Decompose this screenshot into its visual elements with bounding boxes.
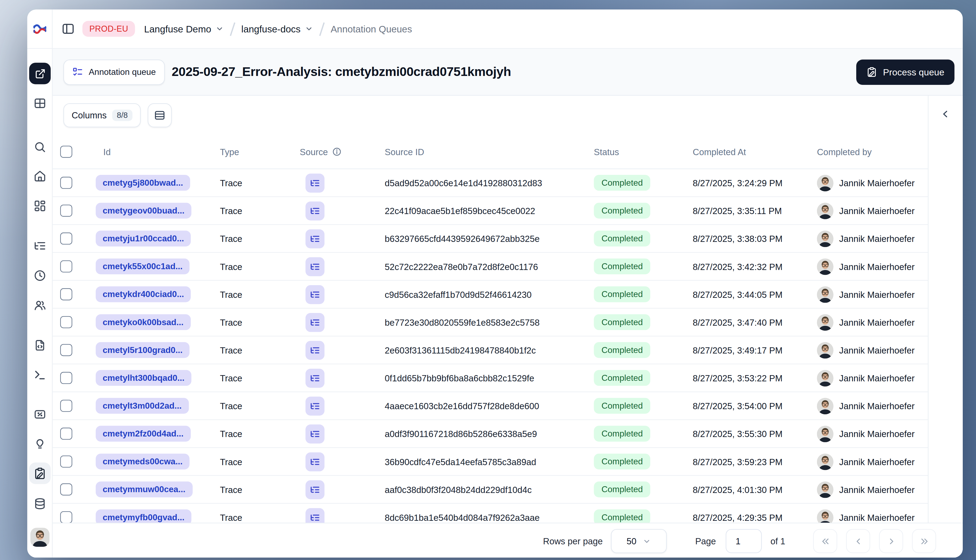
collapse-panel-button[interactable] <box>939 108 952 120</box>
row-checkbox[interactable] <box>60 344 72 356</box>
source-id: b63297665cfd4439592649672abb325e <box>385 233 540 244</box>
first-page-button[interactable] <box>813 529 837 553</box>
sidebar-item-tables[interactable] <box>29 92 51 114</box>
sidebar-toggle-button[interactable] <box>62 22 75 35</box>
row-checkbox[interactable] <box>60 316 72 328</box>
sidebar-item-evaluators[interactable] <box>29 433 51 454</box>
table-row[interactable]: cmetyko0k00bsad... Trace be7723e30d80205… <box>53 308 928 337</box>
source-trace-button[interactable] <box>305 285 324 304</box>
table-row[interactable]: cmetyg5j800bwad... Trace d5ad9d52a00c6e1… <box>53 169 928 197</box>
previous-page-button[interactable] <box>846 529 870 553</box>
row-checkbox[interactable] <box>60 177 72 189</box>
item-id-pill[interactable]: cmetykdr400ciad0... <box>96 287 191 302</box>
breadcrumb-current: Annotation Queues <box>330 23 412 34</box>
chevron-down-icon <box>305 25 313 33</box>
row-checkbox[interactable] <box>60 455 72 468</box>
source-trace-button[interactable] <box>305 480 324 499</box>
sidebar-item-prompts[interactable] <box>29 335 51 356</box>
table-row[interactable]: cmetymmuw00cea... Trace aaf0c38db0f3f204… <box>53 476 928 503</box>
table-row[interactable]: cmetylt3m00d2ad... Trace 4aaece1603cb2e1… <box>53 392 928 420</box>
completed-at: 8/27/2025, 3:49:17 PM <box>692 345 782 355</box>
source-trace-button[interactable] <box>305 424 324 443</box>
panel-left-icon <box>62 22 75 35</box>
column-header-completed-at[interactable]: Completed At <box>685 147 809 157</box>
column-header-source-id[interactable]: Source ID <box>377 147 586 157</box>
column-header-type[interactable]: Type <box>212 147 292 157</box>
item-id-pill[interactable]: cmetymmuw00cea... <box>96 482 192 498</box>
page-number-input[interactable] <box>726 529 762 553</box>
select-all-checkbox[interactable] <box>60 146 72 158</box>
next-page-button[interactable] <box>879 529 903 553</box>
sidebar-item-open-external[interactable] <box>29 63 51 84</box>
row-checkbox[interactable] <box>60 483 72 496</box>
columns-button[interactable]: Columns 8/8 <box>63 103 140 127</box>
source-trace-button[interactable] <box>305 452 324 471</box>
sidebar-item-search[interactable] <box>29 136 51 158</box>
sidebar-item-traces[interactable] <box>29 235 51 257</box>
table-toolbar: Columns 8/8 <box>53 96 928 135</box>
row-checkbox[interactable] <box>60 372 72 384</box>
source-trace-button[interactable] <box>305 201 324 220</box>
table-row[interactable]: cmetyl5r100grad0... Trace 2e603f31361115… <box>53 337 928 364</box>
item-id-pill[interactable]: cmetymeds00cwa... <box>96 453 190 470</box>
process-queue-button[interactable]: Process queue <box>856 59 954 85</box>
item-id-pill[interactable]: cmetylt3m00d2ad... <box>96 398 189 414</box>
source-trace-button[interactable] <box>305 229 324 248</box>
main-content: Annotation queue 2025-09-27_Error-Analys… <box>53 49 963 558</box>
list-tree-icon <box>310 317 320 327</box>
row-height-button[interactable] <box>147 103 172 127</box>
annotation-queue-badge-label: Annotation queue <box>89 67 156 77</box>
row-checkbox[interactable] <box>60 205 72 217</box>
sidebar-item-home[interactable] <box>29 165 51 187</box>
table-row[interactable]: cmetykdr400ciad0... Trace c9d56ca32efaff… <box>53 280 928 308</box>
sidebar-item-playground[interactable] <box>29 364 51 386</box>
sidebar-item-users[interactable] <box>29 295 51 316</box>
source-trace-button[interactable] <box>305 396 324 415</box>
column-header-id[interactable]: Id <box>88 147 212 157</box>
environment-badge[interactable]: PROD-EU <box>82 21 135 37</box>
rows-per-page-select[interactable]: 50 <box>611 529 667 553</box>
table-row[interactable]: cmetyju1r00ccad0... Trace b63297665cfd44… <box>53 225 928 253</box>
info-icon[interactable] <box>332 147 342 157</box>
sidebar-item-annotation-queues[interactable] <box>29 462 51 484</box>
row-checkbox[interactable] <box>60 428 72 440</box>
user-avatar[interactable] <box>30 528 50 547</box>
source-trace-button[interactable] <box>305 257 324 276</box>
annotation-queue-badge[interactable]: Annotation queue <box>63 59 165 85</box>
project-switcher[interactable]: langfuse-docs <box>242 23 314 34</box>
row-checkbox[interactable] <box>60 512 72 523</box>
sidebar-item-datasets[interactable] <box>29 493 51 515</box>
langfuse-logo-icon[interactable] <box>33 23 47 35</box>
row-checkbox[interactable] <box>60 260 72 272</box>
sidebar-item-scores[interactable] <box>29 403 51 425</box>
table-row[interactable]: cmetym2fz00d4ad... Trace a0df3f901167218… <box>53 420 928 448</box>
item-id-pill[interactable]: cmetyl5r100grad0... <box>96 342 190 358</box>
sidebar-item-dashboards[interactable] <box>29 195 51 217</box>
source-trace-button[interactable] <box>305 340 324 360</box>
source-trace-button[interactable] <box>305 368 324 387</box>
item-id-pill[interactable]: cmetygeov00buad... <box>96 203 192 218</box>
table-row[interactable]: cmetylht300bqad0... Trace 0f1dd65b7bb9bf… <box>53 364 928 392</box>
column-header-source[interactable]: Source <box>292 147 377 157</box>
item-id-pill[interactable]: cmetyg5j800bwad... <box>96 175 190 191</box>
sidebar-item-sessions[interactable] <box>29 265 51 287</box>
column-header-completed-by[interactable]: Completed by <box>809 147 928 157</box>
org-switcher[interactable]: Langfuse Demo <box>144 23 224 34</box>
column-header-status[interactable]: Status <box>586 147 685 157</box>
row-checkbox[interactable] <box>60 400 72 412</box>
row-checkbox[interactable] <box>60 232 72 245</box>
source-trace-button[interactable] <box>305 313 324 332</box>
table-row[interactable]: cmetygeov00buad... Trace 22c41f09acae5b1… <box>53 197 928 225</box>
source-id: 22c41f09acae5b1ef859bcec45ce0022 <box>385 206 535 216</box>
table-row[interactable]: cmetyk55x00c1ad... Trace 52c72c2222ea78e… <box>53 253 928 280</box>
item-id-pill[interactable]: cmetym2fz00d4ad... <box>96 426 190 442</box>
table-row[interactable]: cmetymeds00cwa... Trace 36b90cdfc47e5da1… <box>53 448 928 476</box>
item-id-pill[interactable]: cmetylht300bqad0... <box>96 370 192 386</box>
item-id-pill[interactable]: cmetyko0k00bsad... <box>96 314 190 330</box>
row-checkbox[interactable] <box>60 288 72 300</box>
completed-by-name: Jannik Maierhoefer <box>839 206 914 216</box>
item-id-pill[interactable]: cmetyk55x00c1ad... <box>96 258 190 274</box>
item-id-pill[interactable]: cmetyju1r00ccad0... <box>96 230 191 247</box>
last-page-button[interactable] <box>912 529 936 553</box>
source-trace-button[interactable] <box>305 173 324 192</box>
